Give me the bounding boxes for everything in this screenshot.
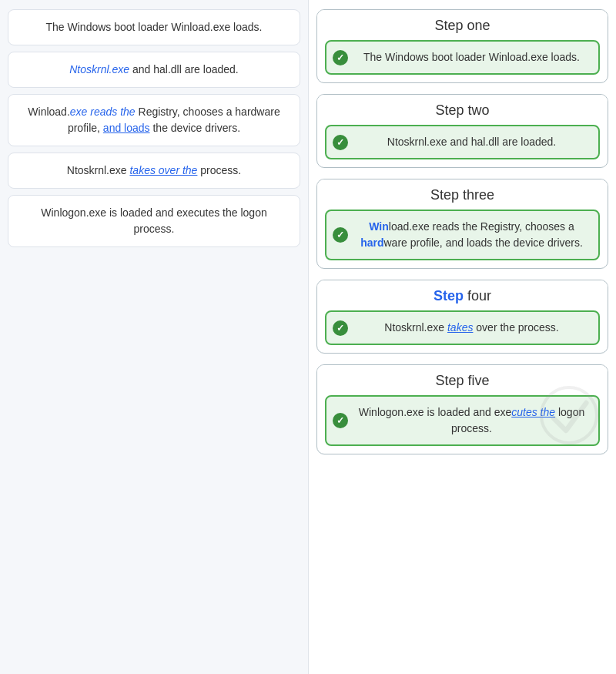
drag-item-4[interactable]: Ntoskrnl.exe takes over the process. <box>8 153 300 189</box>
step-title-1: Step one <box>317 10 608 40</box>
step-title-4: Step four <box>317 280 608 310</box>
step-answer-5: ✓ Winlogon.exe is loaded and executes th… <box>325 395 600 446</box>
step-card-3: Step three ✓ Winload.exe reads the Regis… <box>316 179 608 269</box>
highlight-exe-reads: exe reads the <box>70 106 136 118</box>
step-answer-3: ✓ Winload.exe reads the Registry, choose… <box>325 210 600 260</box>
highlight-ntoskrnl: Ntoskrnl.exe <box>69 63 129 75</box>
step-answer-4: ✓ Ntoskrnl.exe takes over the process. <box>325 310 600 345</box>
step-card-1: Step one ✓ The Windows boot loader Winlo… <box>316 9 608 83</box>
right-panel: Step one ✓ The Windows boot loader Winlo… <box>308 0 616 674</box>
check-icon-2: ✓ <box>333 135 348 150</box>
highlight-takes: takes <box>447 321 473 334</box>
step-title-5: Step five <box>317 365 608 395</box>
highlight-and-executes: and executes the <box>156 206 238 219</box>
drag-item-1[interactable]: The Windows boot loader Winload.exe load… <box>8 9 300 45</box>
step-card-2: Step two ✓ Ntoskrnl.exe and hal.dll are … <box>316 94 608 168</box>
drag-item-5[interactable]: Winlogon.exe is loaded and executes the … <box>8 195 300 247</box>
step-answer-2: ✓ Ntoskrnl.exe and hal.dll are loaded. <box>325 125 600 159</box>
drag-item-2[interactable]: Ntoskrnl.exe and hal.dll are loaded. <box>8 52 300 88</box>
step-four-word: four <box>467 288 491 303</box>
highlight-and-loads: and loads <box>103 122 150 134</box>
step-label-5: Step five <box>435 373 489 388</box>
check-icon-3: ✓ <box>333 227 348 243</box>
drag-item-3[interactable]: Winload.exe reads the Registry, chooses … <box>8 94 300 146</box>
step-card-4: Step four ✓ Ntoskrnl.exe takes over the … <box>316 280 608 354</box>
check-icon-1: ✓ <box>333 50 348 65</box>
highlight-takes-over: takes over the <box>129 164 197 176</box>
left-panel: The Windows boot loader Winload.exe load… <box>0 0 308 674</box>
highlight-step-word: Step <box>434 288 464 303</box>
step-card-5: Step five ✓ Winlogon.exe is loaded and e… <box>316 364 608 454</box>
highlight-cutes-the: cutes the <box>511 406 555 418</box>
step-label-3: Step three <box>430 187 494 203</box>
step-title-2: Step two <box>317 95 608 125</box>
step-label-2: Step two <box>435 102 489 118</box>
step-title-3: Step three <box>317 179 608 210</box>
check-icon-5: ✓ <box>333 413 348 428</box>
highlight-hard: hard <box>360 236 383 249</box>
check-icon-4: ✓ <box>333 320 348 336</box>
step-label-1: Step one <box>434 18 490 33</box>
highlight-win: Win <box>369 220 389 233</box>
step-answer-1: ✓ The Windows boot loader Winload.exe lo… <box>325 40 600 75</box>
